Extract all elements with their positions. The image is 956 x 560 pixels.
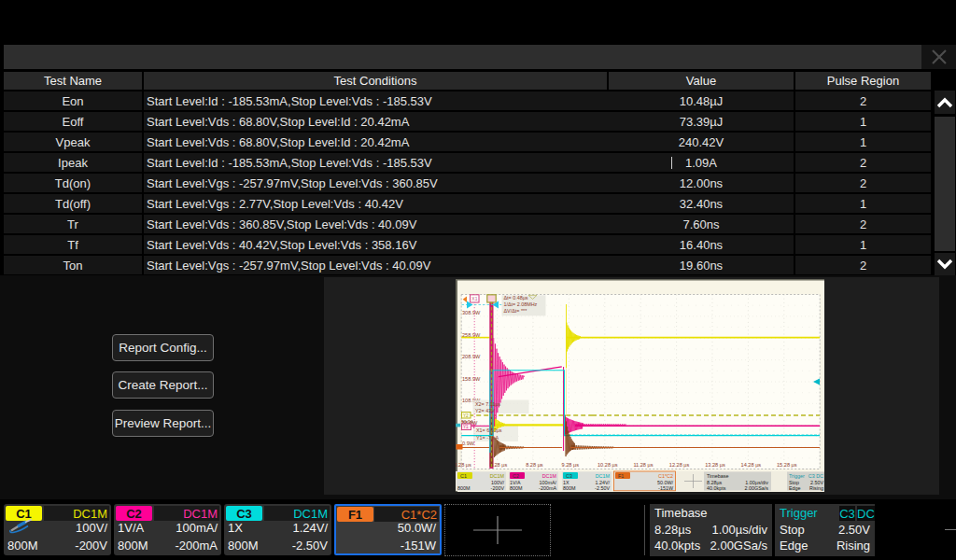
svg-text:Δt= 0.48µs: Δt= 0.48µs [504,295,528,301]
svg-text:Edge: Edge [789,485,801,491]
svg-text:2.50V: 2.50V [810,480,823,485]
svg-text:10.28 µs: 10.28 µs [598,462,618,468]
svg-text:DC1M: DC1M [542,473,557,479]
svg-text:800M: 800M [457,485,471,491]
svg-text:Trigger: Trigger [789,473,805,479]
svg-text:Y2: Y2 [463,413,469,418]
svg-text:158.9W: 158.9W [462,376,481,382]
svg-text:11.28 µs: 11.28 µs [633,462,653,468]
svg-text:ΔV/Δt= ***: ΔV/Δt= *** [504,308,528,314]
svg-text:Y1= -7mA: Y1= -7mA [476,435,499,441]
svg-text:1V/A: 1V/A [510,480,521,485]
svg-text:-200mA: -200mA [539,485,556,491]
svg-text:1X: 1X [563,480,569,485]
svg-text:X1: X1 [471,296,477,301]
svg-text:6.28 µs: 6.28 µs [456,462,471,468]
svg-text:100V/: 100V/ [491,480,505,485]
svg-text:13.28 µs: 13.28 µs [705,462,725,468]
svg-text:1.24V/: 1.24V/ [595,480,610,485]
svg-text:C3: C3 [566,473,572,479]
svg-text:Y1: Y1 [463,425,469,429]
svg-text:50.0W/: 50.0W/ [657,480,674,485]
svg-text:Timebase: Timebase [707,473,728,479]
svg-text:Y2= 43V: Y2= 43V [475,408,495,413]
svg-text:C1*C2: C1*C2 [658,473,673,479]
svg-text:C2: C2 [513,473,519,479]
svg-text:8.28 µs: 8.28 µs [526,462,543,468]
svg-text:F1: F1 [618,473,624,479]
svg-text:308.9W: 308.9W [462,310,481,315]
svg-text:1/Δt= 2.08MHz: 1/Δt= 2.08MHz [504,301,538,307]
svg-text:8.28µs: 8.28µs [707,480,723,485]
svg-text:14.28 µs: 14.28 µs [741,462,762,468]
svg-text:C1: C1 [460,473,467,479]
svg-text:208.9W: 208.9W [462,354,481,359]
svg-text:DC1M: DC1M [596,473,611,479]
svg-text:-2.50V: -2.50V [595,485,610,491]
svg-text:9.28 µs: 9.28 µs [562,462,580,468]
svg-text:DC1M: DC1M [490,473,505,479]
svg-text:800M: 800M [510,485,523,491]
svg-text:0.9W: 0.9W [462,441,475,446]
svg-text:C3 DC: C3 DC [808,473,823,479]
svg-text:-200V: -200V [491,485,505,491]
svg-text:-151W: -151W [658,485,674,491]
svg-text:800M: 800M [563,485,576,491]
svg-text:1.00µs/div: 1.00µs/div [745,480,768,485]
svg-text:Stop: Stop [789,480,799,485]
svg-text:X1= 6.63µs: X1= 6.63µs [476,427,502,433]
svg-text:Rising: Rising [809,485,823,491]
svg-text:258.9W: 258.9W [462,332,481,338]
svg-text:2.00GSa/s: 2.00GSa/s [745,485,769,491]
svg-text:15.28 µs: 15.28 µs [777,462,797,468]
svg-text:12.28 µs: 12.28 µs [669,462,690,468]
svg-text:40.0kpts: 40.0kpts [707,485,726,491]
svg-text:X2= 7.11µs: X2= 7.11µs [475,401,500,407]
svg-text:100mA/: 100mA/ [539,480,556,485]
